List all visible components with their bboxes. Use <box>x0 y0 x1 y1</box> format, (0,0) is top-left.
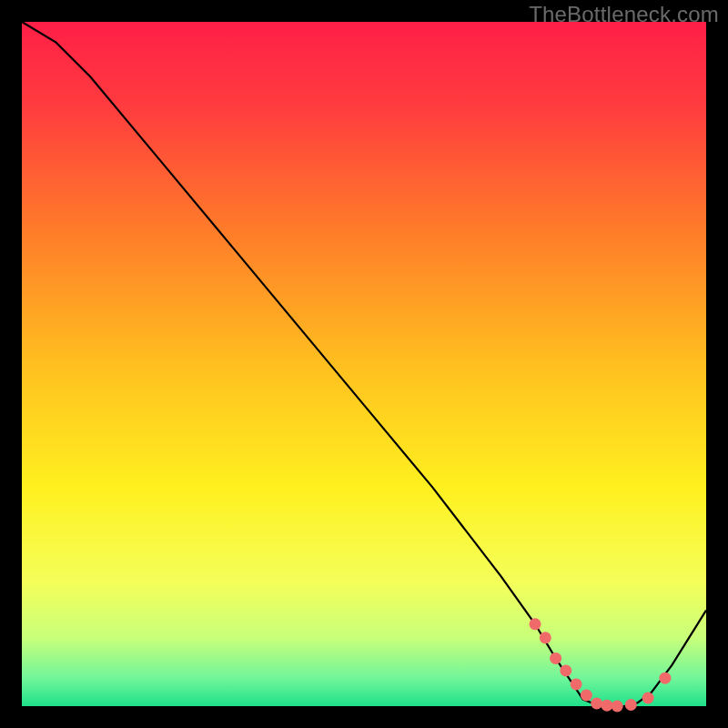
marker-dot <box>602 700 613 712</box>
marker-dot <box>540 632 551 643</box>
marker-dot <box>625 699 637 711</box>
marker-dot <box>659 672 671 684</box>
attribution-label: TheBottleneck.com <box>529 2 719 27</box>
chart-background <box>22 22 706 706</box>
marker-dot <box>550 652 561 664</box>
marker-dot <box>642 693 654 704</box>
marker-dot <box>591 698 602 710</box>
marker-dot <box>581 690 592 702</box>
marker-dot <box>530 618 541 630</box>
marker-dot <box>612 701 623 713</box>
chart-container: TheBottleneck.com <box>0 0 728 728</box>
marker-dot <box>571 678 582 690</box>
bottleneck-chart <box>0 0 728 728</box>
marker-dot <box>560 664 571 676</box>
